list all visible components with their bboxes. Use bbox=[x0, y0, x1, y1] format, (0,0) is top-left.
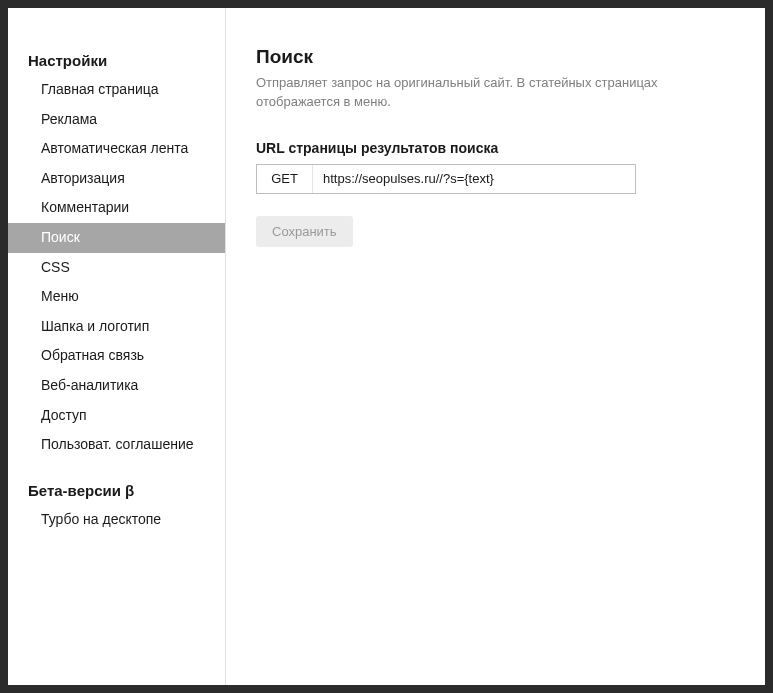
sidebar-item-authorization[interactable]: Авторизация bbox=[8, 164, 225, 194]
sidebar-item-label: Автоматическая лента bbox=[41, 140, 188, 156]
sidebar-item-label: Обратная связь bbox=[41, 347, 144, 363]
url-input-row: GET bbox=[256, 164, 636, 194]
sidebar-item-header-logo[interactable]: Шапка и логотип bbox=[8, 312, 225, 342]
sidebar-item-label: CSS bbox=[41, 259, 70, 275]
sidebar-item-label: Веб-аналитика bbox=[41, 377, 138, 393]
sidebar-item-feedback[interactable]: Обратная связь bbox=[8, 341, 225, 371]
sidebar-item-label: Меню bbox=[41, 288, 79, 304]
page-subtitle: Отправляет запрос на оригинальный сайт. … bbox=[256, 74, 737, 112]
url-input[interactable] bbox=[313, 165, 635, 193]
page-title: Поиск bbox=[256, 46, 737, 68]
sidebar-item-label: Пользоват. соглашение bbox=[41, 436, 194, 452]
http-method-select[interactable]: GET bbox=[257, 165, 313, 193]
sidebar-item-turbo-desktop[interactable]: Турбо на десктопе bbox=[8, 505, 225, 535]
sidebar-item-user-agreement[interactable]: Пользоват. соглашение bbox=[8, 430, 225, 460]
save-button[interactable]: Сохранить bbox=[256, 216, 353, 247]
sidebar-item-label: Доступ bbox=[41, 407, 87, 423]
sidebar-section-title-beta: Бета-версии β bbox=[8, 476, 225, 505]
sidebar-item-home[interactable]: Главная страница bbox=[8, 75, 225, 105]
content-area: Поиск Отправляет запрос на оригинальный … bbox=[226, 8, 765, 685]
sidebar-item-label: Шапка и логотип bbox=[41, 318, 149, 334]
sidebar-item-ads[interactable]: Реклама bbox=[8, 105, 225, 135]
sidebar-item-label: Реклама bbox=[41, 111, 97, 127]
sidebar-section-title-settings: Настройки bbox=[8, 46, 225, 75]
sidebar-item-analytics[interactable]: Веб-аналитика bbox=[8, 371, 225, 401]
sidebar-item-menu[interactable]: Меню bbox=[8, 282, 225, 312]
sidebar-item-access[interactable]: Доступ bbox=[8, 401, 225, 431]
sidebar-item-css[interactable]: CSS bbox=[8, 253, 225, 283]
sidebar-item-search[interactable]: Поиск bbox=[8, 223, 225, 253]
app-frame: Настройки Главная страница Реклама Автом… bbox=[8, 8, 765, 685]
sidebar-item-label: Главная страница bbox=[41, 81, 159, 97]
sidebar-item-autofeed[interactable]: Автоматическая лента bbox=[8, 134, 225, 164]
url-field-label: URL страницы результатов поиска bbox=[256, 140, 737, 156]
sidebar-item-comments[interactable]: Комментарии bbox=[8, 193, 225, 223]
sidebar-item-label: Комментарии bbox=[41, 199, 129, 215]
sidebar: Настройки Главная страница Реклама Автом… bbox=[8, 8, 226, 685]
sidebar-item-label: Поиск bbox=[41, 229, 80, 245]
sidebar-item-label: Турбо на десктопе bbox=[41, 511, 161, 527]
sidebar-item-label: Авторизация bbox=[41, 170, 125, 186]
